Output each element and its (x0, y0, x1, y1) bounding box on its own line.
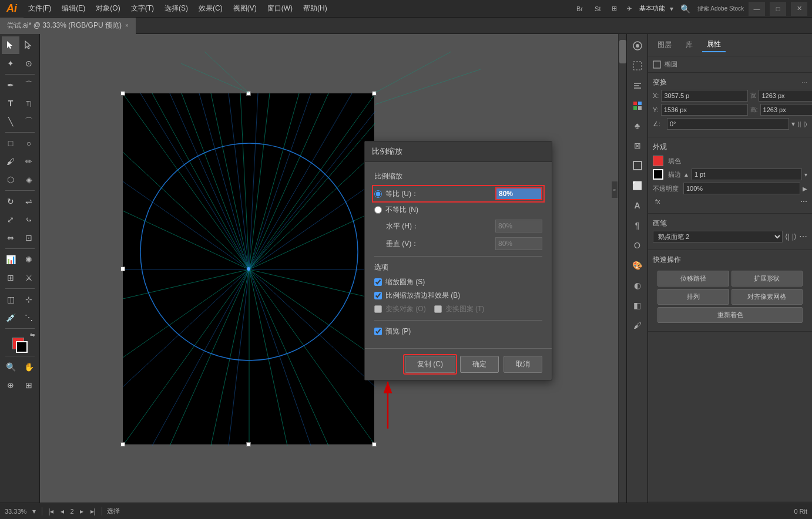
eyedropper-tool[interactable]: 💉 (2, 309, 19, 326)
height-input[interactable] (760, 104, 812, 116)
option1-checkbox[interactable] (374, 278, 382, 286)
fx-dots[interactable]: ⋯ (800, 197, 807, 205)
preview-checkbox[interactable] (374, 328, 382, 335)
document-tab[interactable]: 尝试.ai* @ 33.33% (RGB/GPU 预览) × (0, 18, 136, 34)
opacity-input[interactable] (683, 183, 800, 194)
y-input[interactable] (661, 104, 748, 116)
offset-path-button[interactable]: 位移路径 (657, 271, 729, 287)
stroke-width-input[interactable] (692, 168, 802, 180)
ellipse-tool[interactable]: ○ (20, 134, 38, 152)
copy-button[interactable]: 复制 (C) (405, 356, 455, 373)
stroke-dropdown[interactable]: ▾ (804, 171, 807, 178)
handle-top-right[interactable] (372, 91, 377, 96)
next-page[interactable]: ▸ (79, 507, 85, 515)
stock-icon[interactable]: St (591, 5, 604, 12)
cancel-button[interactable]: 取消 (504, 356, 542, 373)
close-button[interactable]: ✕ (791, 2, 807, 16)
direct-selection-tool[interactable] (20, 36, 38, 54)
symbol-sprayer-tool[interactable]: ✺ (20, 251, 38, 268)
stroke-panel-icon[interactable] (628, 156, 647, 175)
zoom-dropdown[interactable]: ▾ (31, 507, 37, 515)
arc-tool[interactable]: ⌒ (20, 113, 38, 130)
panel-collapse-button[interactable]: » (611, 181, 618, 198)
search-icon[interactable]: 🔍 (678, 4, 693, 14)
fx-button[interactable]: fx (653, 197, 663, 206)
stroke-color-swatch[interactable] (653, 169, 663, 180)
zoom-tool[interactable]: 🔍 (2, 358, 19, 376)
workspace-dropdown-icon[interactable]: ▾ (670, 5, 673, 13)
artboard-tool[interactable]: ⊞ (2, 269, 19, 287)
transparency-panel-icon[interactable]: ⬜ (628, 176, 647, 195)
paintbrush-tool[interactable]: 🖌 (2, 153, 19, 170)
menu-file[interactable]: 文件(F) (24, 1, 56, 16)
arrange-button[interactable]: 排列 (657, 289, 729, 305)
prev-page-start[interactable]: |◂ (47, 507, 55, 515)
brush-more[interactable]: ⋯ (799, 232, 807, 241)
next-page-end[interactable]: ▸| (89, 507, 97, 515)
brush-panel-icon[interactable]: 🖌 (628, 316, 647, 335)
option2-checkbox[interactable] (374, 292, 382, 299)
equal-radio[interactable] (374, 190, 382, 198)
handle-mid-left[interactable] (120, 267, 125, 271)
equal-value-input[interactable] (495, 187, 542, 200)
bridge-icon[interactable]: Br (573, 5, 586, 12)
handle-bottom-right[interactable] (372, 442, 377, 447)
extra-tool-2[interactable]: ⊞ (20, 376, 38, 394)
pencil-tool[interactable]: ✏ (20, 153, 38, 170)
align-pixel-button[interactable]: 对齐像素网格 (732, 289, 803, 305)
paragraph-panel-icon[interactable]: ¶ (628, 216, 647, 235)
unequal-radio[interactable] (374, 206, 382, 214)
scale-tool[interactable]: ⤢ (2, 211, 19, 228)
opacity-more[interactable]: ▶ (803, 186, 807, 192)
width-input[interactable] (759, 90, 812, 102)
x-input[interactable] (661, 90, 748, 102)
transform-reset[interactable]: ⟨| (797, 121, 801, 127)
menu-edit[interactable]: 编辑(E) (57, 1, 90, 16)
type-tool[interactable]: T (2, 95, 19, 112)
blend-tool[interactable]: ⋱ (20, 309, 38, 326)
eraser-tool[interactable]: ◈ (20, 171, 38, 188)
pathfinder-panel-icon[interactable]: ⊠ (628, 136, 647, 155)
colorguide-panel-icon[interactable]: 🎨 (628, 256, 647, 275)
slice-tool[interactable]: ⚔ (20, 269, 38, 287)
swap-fill-stroke[interactable]: ⇆ (30, 332, 35, 338)
mesh-tool[interactable]: ⊹ (20, 291, 38, 308)
curvature-tool[interactable]: ⌒ (20, 76, 38, 94)
rotate-tool[interactable]: ↻ (2, 193, 19, 210)
fill-color-swatch[interactable] (653, 156, 663, 166)
ok-button[interactable]: 确定 (460, 356, 499, 373)
swatches-panel-icon[interactable] (628, 96, 647, 115)
angle-dropdown[interactable]: ▾ (791, 120, 795, 128)
tab-library[interactable]: 库 (681, 38, 697, 52)
appearance-panel-icon[interactable] (628, 36, 647, 55)
magic-wand-tool[interactable]: ✦ (2, 55, 19, 72)
brush-selector[interactable]: 鹅点面笔 2 (653, 231, 783, 242)
horizontal-input[interactable] (495, 220, 542, 232)
line-tool[interactable]: ╲ (2, 113, 19, 130)
scroll-thumb-vertical[interactable] (619, 40, 626, 63)
handle-bottom-left[interactable] (120, 442, 125, 447)
opentype-panel-icon[interactable]: O (628, 236, 647, 255)
expand-shape-button[interactable]: 扩展形状 (732, 271, 803, 287)
transform-more-icon[interactable]: ⋯ (801, 79, 807, 86)
hand-tool[interactable]: ✋ (20, 358, 38, 376)
stroke-swatch[interactable] (16, 341, 28, 353)
shaper-tool[interactable]: ⬡ (2, 171, 19, 188)
tab-close-button[interactable]: × (125, 22, 129, 29)
transform-apply[interactable]: |⟩ (803, 121, 807, 127)
tab-properties[interactable]: 属性 (702, 38, 726, 52)
vertical-input[interactable] (495, 237, 542, 250)
width-tool[interactable]: ⇔ (2, 229, 19, 247)
align-panel-icon[interactable] (628, 76, 647, 95)
menu-select[interactable]: 选择(S) (160, 1, 193, 16)
share-icon[interactable]: ✈ (624, 5, 635, 13)
menu-help[interactable]: 帮助(H) (298, 1, 332, 16)
grid-icon[interactable]: ⊞ (609, 5, 619, 12)
warp-tool[interactable]: ⤿ (20, 211, 38, 228)
minimize-button[interactable]: — (749, 2, 765, 16)
symbols-panel-icon[interactable]: ♣ (628, 116, 647, 135)
transform-panel-icon[interactable] (628, 56, 647, 75)
recolor-button[interactable]: 重新着色 (657, 307, 803, 323)
tab-layers[interactable]: 图层 (653, 38, 676, 52)
brush-reset[interactable]: ⟨| (785, 232, 790, 241)
